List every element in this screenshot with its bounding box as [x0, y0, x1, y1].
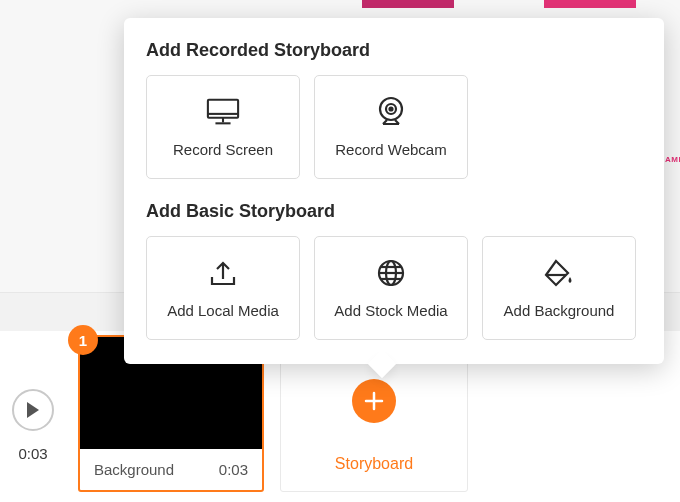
app-canvas: AME 0:03 1 Background 0:03 Storyboard Ad	[0, 0, 680, 502]
record-screen-label: Record Screen	[173, 141, 273, 158]
add-stock-media-label: Add Stock Media	[334, 302, 447, 319]
add-local-media-label: Add Local Media	[167, 302, 279, 319]
decor-strip-b	[544, 0, 636, 8]
play-button[interactable]	[12, 389, 54, 431]
svg-point-7	[390, 107, 393, 110]
basic-section-title: Add Basic Storyboard	[146, 201, 642, 222]
playback-time: 0:03	[18, 445, 47, 462]
add-background-label: Add Background	[504, 302, 615, 319]
add-local-media-option[interactable]: Add Local Media	[146, 236, 300, 340]
basic-options-row: Add Local Media Add Stock Media Add Back…	[146, 236, 642, 340]
paint-bucket-icon	[542, 258, 576, 288]
globe-icon	[374, 258, 408, 288]
upload-icon	[206, 258, 240, 288]
svg-marker-0	[27, 402, 39, 418]
clip-index-badge: 1	[68, 325, 98, 355]
recorded-section-title: Add Recorded Storyboard	[146, 40, 642, 61]
monitor-icon	[206, 97, 240, 127]
decor-label-fragment: AME	[665, 155, 680, 165]
svg-rect-1	[208, 99, 238, 117]
webcam-icon	[374, 97, 408, 127]
clip-meta: Background 0:03	[80, 449, 262, 490]
record-screen-option[interactable]: Record Screen	[146, 75, 300, 179]
decor-strip-a	[362, 0, 454, 8]
record-webcam-label: Record Webcam	[335, 141, 446, 158]
plus-icon	[363, 390, 385, 412]
play-icon	[26, 402, 40, 418]
recorded-options-row: Record Screen Record Webcam	[146, 75, 642, 179]
add-stock-media-option[interactable]: Add Stock Media	[314, 236, 468, 340]
add-storyboard-popover: Add Recorded Storyboard Record Screen Re…	[124, 18, 664, 364]
clip-duration: 0:03	[219, 461, 248, 478]
playback-controls: 0:03	[12, 389, 54, 462]
clip-name: Background	[94, 461, 174, 478]
add-storyboard-button[interactable]	[352, 379, 396, 423]
add-storyboard-label: Storyboard	[335, 455, 413, 473]
add-background-option[interactable]: Add Background	[482, 236, 636, 340]
record-webcam-option[interactable]: Record Webcam	[314, 75, 468, 179]
